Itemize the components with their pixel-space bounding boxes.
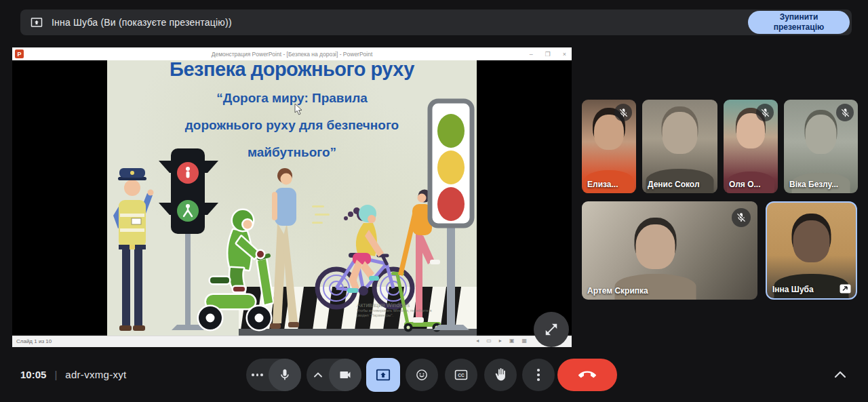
- mic-options-button[interactable]: [246, 374, 269, 376]
- raised-hand-icon: [494, 368, 507, 382]
- participant-name: Денис Сокол: [648, 180, 700, 189]
- camera-icon: [338, 368, 352, 382]
- powerpoint-titlebar: P Демонстрация PowerPoint - [Безпека на …: [12, 47, 572, 60]
- moped-rider-illustration: [199, 210, 273, 329]
- road-safety-illustration: [107, 60, 477, 336]
- call-end-icon: [578, 366, 596, 384]
- slide-counter: Слайд 1 из 10: [16, 338, 52, 344]
- next-slide-icon: ▸: [499, 338, 502, 344]
- camera-toggle-button[interactable]: [329, 359, 361, 391]
- closed-captions-icon: CC: [454, 367, 469, 382]
- mic-muted-badge: [732, 208, 751, 227]
- raise-hand-button[interactable]: [484, 359, 517, 391]
- grid-view-icon: ▦: [521, 338, 527, 344]
- participant-tile-denys[interactable]: Денис Сокол: [642, 100, 717, 193]
- captions-button[interactable]: CC: [445, 359, 477, 391]
- divider: |: [54, 369, 57, 380]
- participant-name: Інна Шуба: [772, 285, 814, 294]
- expand-presentation-button[interactable]: [534, 312, 569, 347]
- camera-control: [307, 359, 361, 391]
- pen-tool-icon: ▭: [486, 338, 492, 344]
- presenter-label: Інна Шуба (Ви (показуєте презентацію)): [52, 17, 232, 28]
- previous-slide-icon: ◂: [476, 338, 479, 344]
- more-vert-icon: [537, 369, 540, 381]
- powerpoint-window-title: Демонстрация PowerPoint - [Безпека на до…: [12, 51, 572, 58]
- policeman-illustration: [113, 168, 154, 331]
- participant-name: Елиза...: [587, 180, 618, 189]
- mic-toggle-button[interactable]: [269, 359, 301, 391]
- mic-off-icon: [760, 108, 770, 118]
- mic-muted-badge: [836, 104, 854, 121]
- stop-presentation-button[interactable]: Зупинити презентацію: [748, 11, 850, 34]
- slideshow-canvas: Безпека дорожнього руху “Дорога миру: Пр…: [12, 60, 572, 336]
- collapse-panel-chevron-icon[interactable]: [833, 370, 847, 378]
- more-options-button[interactable]: [522, 359, 555, 391]
- mic-off-icon: [618, 108, 629, 118]
- camera-options-button[interactable]: [307, 372, 329, 378]
- mic-off-icon: [840, 108, 850, 118]
- restore-icon: ❐: [545, 51, 551, 58]
- chevron-up-icon: [314, 372, 322, 378]
- google-meet-window: Інна Шуба (Ви (показуєте презентацію)) З…: [0, 0, 868, 402]
- emoji-smile-icon: [415, 368, 429, 382]
- shared-presentation-feed: P Демонстрация PowerPoint - [Безпека на …: [12, 47, 572, 347]
- powerpoint-statusbar: Слайд 1 из 10 ◂ ▭ ▸ ▣ ▦: [12, 336, 572, 347]
- participant-name: Віка Безлу...: [789, 180, 838, 189]
- mic-muted-badge: [614, 104, 632, 121]
- participant-name: Оля О...: [729, 180, 760, 189]
- screen-share-badge-icon: [840, 284, 851, 294]
- present-now-button-active[interactable]: [366, 358, 400, 392]
- svg-text:CC: CC: [458, 373, 465, 378]
- reactions-button[interactable]: [406, 359, 438, 391]
- participant-tile-vika[interactable]: Віка Безлу...: [784, 100, 858, 193]
- open-in-full-icon: [544, 322, 559, 337]
- more-dots-icon: [252, 374, 263, 376]
- close-icon: ×: [563, 51, 566, 58]
- presenting-banner: Інна Шуба (Ви (показуєте презентацію)) З…: [20, 9, 852, 35]
- microphone-control: [246, 359, 301, 391]
- meeting-code: adr-vxmg-xyt: [65, 369, 126, 380]
- participant-tile-artem[interactable]: Артем Скрипка: [582, 201, 757, 300]
- show-all-slides-icon: ▣: [509, 338, 515, 344]
- present-screen-icon: [31, 16, 43, 28]
- participant-tile-olya[interactable]: Оля О...: [724, 100, 778, 193]
- clock-time: 10:05: [20, 369, 46, 380]
- participant-tile-eliza[interactable]: Елиза...: [582, 100, 636, 193]
- minimize-icon: –: [530, 51, 533, 58]
- mic-muted-badge: [756, 104, 774, 121]
- powerpoint-app-icon: P: [15, 49, 24, 58]
- mic-off-icon: [736, 212, 747, 223]
- present-screen-icon: [376, 367, 391, 382]
- mouse-cursor: [294, 104, 302, 115]
- slide: Безпека дорожнього руху “Дорога миру: Пр…: [107, 60, 477, 336]
- leave-call-button[interactable]: [557, 359, 617, 391]
- mic-icon: [278, 368, 292, 382]
- participant-tile-inna-self[interactable]: Інна Шуба: [766, 201, 857, 300]
- windows-activation-watermark: Активация Windows Чтобы активировать Win…: [357, 302, 438, 318]
- participant-name: Артем Скрипка: [587, 286, 648, 296]
